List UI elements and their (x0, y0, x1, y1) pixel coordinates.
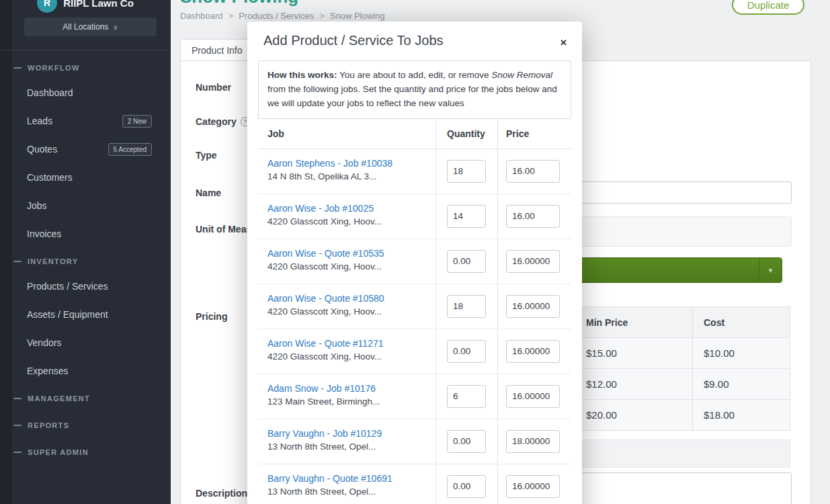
job-link[interactable]: Aaron Stephens - Job #10038 (267, 158, 430, 169)
leads-badge: 2 New (122, 115, 152, 128)
quantity-input[interactable] (447, 250, 486, 273)
item-label: Leads (27, 116, 52, 126)
sidebar-item-assets-equipment[interactable]: Assets / Equipment (0, 300, 171, 329)
job-row: Aaron Wise - Job #10025 4220 Glasscott X… (258, 194, 571, 239)
name-label: Name (196, 187, 221, 198)
add-product-service-modal: Add Product / Service To Jobs ✕ How this… (247, 22, 582, 504)
price-input[interactable] (506, 430, 560, 453)
job-link[interactable]: Aaron Wise - Quote #11271 (267, 338, 430, 349)
quantity-input[interactable] (447, 205, 486, 228)
pricing-cell-cost: $18.00 (692, 400, 790, 430)
logo-letter: R (44, 0, 50, 8)
pricing-label: Pricing (196, 311, 227, 322)
breadcrumb: Dashboard > Products / Services > Snow P… (180, 11, 384, 21)
item-label: Expenses (27, 366, 68, 376)
sidebar-item-expenses[interactable]: Expenses (0, 357, 171, 385)
sidebar-nav: WORKFLOW Dashboard Leads 2 New Quotes 5 … (0, 50, 171, 466)
job-link[interactable]: Aaron Wise - Quote #10535 (267, 248, 430, 259)
quantity-input[interactable] (447, 340, 486, 363)
breadcrumb-products-services[interactable]: Products / Services (239, 11, 314, 21)
job-link[interactable]: Barry Vaughn - Quote #10691 (267, 473, 430, 484)
item-label: Jobs (27, 200, 47, 211)
job-link[interactable]: Aaron Wise - Quote #10580 (267, 293, 430, 304)
modal-title: Add Product / Service To Jobs (263, 33, 444, 48)
nav-section-workflow[interactable]: WORKFLOW (0, 54, 171, 79)
col-price: Price (497, 119, 571, 149)
price-input[interactable] (506, 385, 560, 408)
pricing-cell-min: $20.00 (575, 400, 692, 430)
note-text: from the following jobs. Set the quantit… (267, 84, 557, 108)
price-input[interactable] (506, 340, 560, 363)
sidebar-item-vendors[interactable]: Vendors (0, 329, 171, 357)
col-job: Job (258, 119, 435, 149)
price-input[interactable] (506, 295, 560, 318)
location-selector[interactable]: All Locations ∨ (24, 17, 157, 36)
breadcrumb-dashboard[interactable]: Dashboard (180, 11, 223, 21)
job-address: 14 N 8th St, Opelika AL 3... (267, 171, 430, 181)
modal-header: Add Product / Service To Jobs ✕ (247, 22, 582, 59)
collapse-icon (13, 67, 22, 69)
nav-section-super-admin[interactable]: SUPER ADMIN (0, 439, 171, 466)
job-row: Aaron Wise - Quote #11271 4220 Glasscott… (258, 329, 571, 374)
item-label: Quotes (27, 144, 57, 155)
price-input[interactable] (506, 250, 560, 273)
quantity-input[interactable] (447, 475, 486, 498)
collapse-icon (13, 452, 22, 453)
job-address: 4220 Glasscott Xing, Hoov... (267, 351, 430, 362)
price-input[interactable] (506, 475, 560, 498)
sidebar-item-invoices[interactable]: Invoices (0, 220, 171, 248)
nav-section-inventory[interactable]: INVENTORY (0, 248, 171, 272)
pricing-col-min-price: Min Price (575, 307, 692, 337)
close-icon[interactable]: ✕ (560, 38, 567, 48)
job-row: Aaron Wise - Quote #10580 4220 Glasscott… (258, 284, 571, 329)
job-row: Aaron Stephens - Job #10038 14 N 8th St,… (258, 149, 571, 194)
section-label: SUPER ADMIN (28, 448, 89, 456)
item-label: Products / Services (27, 281, 108, 292)
collapse-icon (13, 425, 22, 426)
pricing-col-cost: Cost (692, 307, 790, 337)
quantity-input[interactable] (447, 385, 486, 408)
company-logo-row[interactable]: R RIIPL Lawn Co (0, 0, 171, 15)
job-address: 13 North 8th Street, Opel... (267, 442, 430, 452)
quantity-input[interactable] (447, 160, 486, 183)
job-address: 13 North 8th Street, Opel... (267, 487, 430, 497)
job-link[interactable]: Adam Snow - Job #10176 (267, 383, 430, 394)
company-logo-icon: R (37, 0, 57, 13)
section-label: MANAGEMENT (28, 394, 90, 403)
note-text: You are about to add, edit, or remove (337, 70, 492, 80)
price-input[interactable] (506, 160, 560, 183)
job-row: Barry Vaughn - Quote #10691 13 North 8th… (258, 464, 571, 504)
chevron-down-icon[interactable]: ▾ (759, 258, 782, 282)
how-this-works-note: How this works: You are about to add, ed… (258, 60, 571, 119)
sidebar-item-dashboard[interactable]: Dashboard (0, 79, 171, 107)
section-label: REPORTS (28, 421, 69, 429)
sidebar-item-jobs[interactable]: Jobs (0, 192, 171, 220)
sidebar-item-leads[interactable]: Leads 2 New (0, 107, 171, 135)
nav-section-management[interactable]: MANAGEMENT (0, 385, 171, 412)
quantity-input[interactable] (447, 295, 486, 318)
job-link[interactable]: Aaron Wise - Job #10025 (267, 203, 430, 214)
type-label: Type (196, 150, 217, 161)
collapse-icon (13, 261, 22, 262)
pricing-cell-cost: $9.00 (692, 369, 790, 399)
quotes-badge: 5 Accepted (108, 143, 152, 156)
sidebar-item-quotes[interactable]: Quotes 5 Accepted (0, 135, 171, 163)
quantity-input[interactable] (447, 430, 486, 453)
breadcrumb-separator-icon: > (229, 11, 234, 21)
company-name: RIIPL Lawn Co (63, 0, 134, 9)
sidebar-item-customers[interactable]: Customers (0, 163, 171, 192)
job-link[interactable]: Barry Vaughn - Job #10129 (267, 428, 430, 439)
price-input[interactable] (506, 205, 560, 228)
item-label: Customers (27, 172, 73, 183)
job-address: 4220 Glasscott Xing, Hoov... (267, 216, 430, 226)
app-window: R RIIPL Lawn Co All Locations ∨ WORKFLOW… (0, 0, 830, 504)
pricing-cell-min: $15.00 (575, 338, 692, 368)
number-label: Number (196, 82, 231, 93)
col-quantity: Quantity (435, 119, 497, 149)
sidebar-item-products-services[interactable]: Products / Services (0, 272, 171, 300)
job-row: Aaron Wise - Quote #10535 4220 Glasscott… (258, 239, 571, 284)
nav-section-reports[interactable]: REPORTS (0, 412, 171, 439)
duplicate-button[interactable]: Duplicate (732, 0, 804, 15)
job-row: Adam Snow - Job #10176 123 Main Street, … (258, 374, 571, 419)
section-label: WORKFLOW (28, 64, 80, 72)
